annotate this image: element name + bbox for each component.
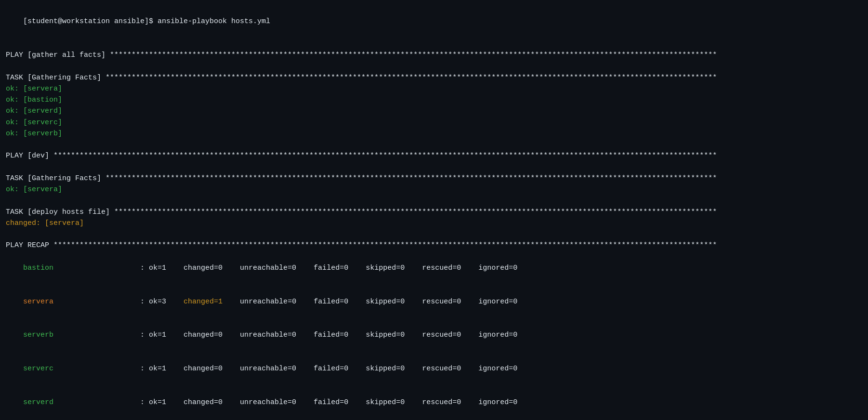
command-text: ansible-playbook hosts.yml — [153, 17, 270, 26]
task2-header: TASK [Gathering Facts] *****************… — [6, 173, 862, 184]
task1-result-1: ok: [servera] — [6, 83, 862, 94]
play1-header: PLAY [gather all facts] ****************… — [6, 50, 862, 61]
task3-header: TASK [deploy hosts file] ***************… — [6, 207, 862, 218]
recap-host-bastion: bastion — [23, 264, 140, 272]
task1-result-5: ok: [serverb] — [6, 128, 862, 139]
task1-result-3: ok: [serverd] — [6, 105, 862, 117]
recap-host-serverc: serverc — [23, 365, 140, 373]
recap-host-servera: servera — [23, 298, 140, 306]
task1-header: TASK [Gathering Facts] *****************… — [6, 72, 862, 83]
recap-stats-serverc: : ok=1 changed=0 unreachable=0 failed=0 … — [140, 365, 517, 373]
play2-header: PLAY [dev] *****************************… — [6, 150, 862, 161]
recap-host-serverb: serverb — [23, 331, 140, 339]
recap-stats-servera-rest: unreachable=0 failed=0 skipped=0 rescued… — [240, 298, 517, 306]
recap-row-serverd: serverd : ok=1 changed=0 unreachable=0 f… — [6, 386, 862, 420]
recap-row-servera: servera : ok=3 changed=1 unreachable=0 f… — [6, 285, 862, 318]
recap-stats-serverb: : ok=1 changed=0 unreachable=0 failed=0 … — [140, 331, 517, 339]
recap-row-serverb: serverb : ok=1 changed=0 unreachable=0 f… — [6, 318, 862, 352]
recap-stats-serverd: : ok=1 changed=0 unreachable=0 failed=0 … — [140, 398, 517, 407]
recap-row-serverc: serverc : ok=1 changed=0 unreachable=0 f… — [6, 352, 862, 386]
prompt: [student@workstation ansible]$ — [23, 17, 153, 26]
task1-result-4: ok: [serverc] — [6, 117, 862, 128]
recap-row-bastion: bastion : ok=1 changed=0 unreachable=0 f… — [6, 251, 862, 285]
recap-stats-servera-changed: changed=1 — [184, 298, 240, 306]
recap-header: PLAY RECAP *****************************… — [6, 240, 862, 251]
recap-stats-bastion: : ok=1 changed=0 unreachable=0 failed=0 … — [140, 264, 517, 272]
terminal-window: [student@workstation ansible]$ ansible-p… — [6, 5, 862, 420]
recap-host-serverd: serverd — [23, 398, 140, 407]
task2-result-1: ok: [servera] — [6, 184, 862, 195]
command-line: [student@workstation ansible]$ ansible-p… — [6, 5, 862, 39]
recap-stats-servera-prefix: : ok=3 — [140, 298, 184, 306]
task1-result-2: ok: [bastion] — [6, 94, 862, 105]
task3-result-1: changed: [servera] — [6, 218, 862, 229]
